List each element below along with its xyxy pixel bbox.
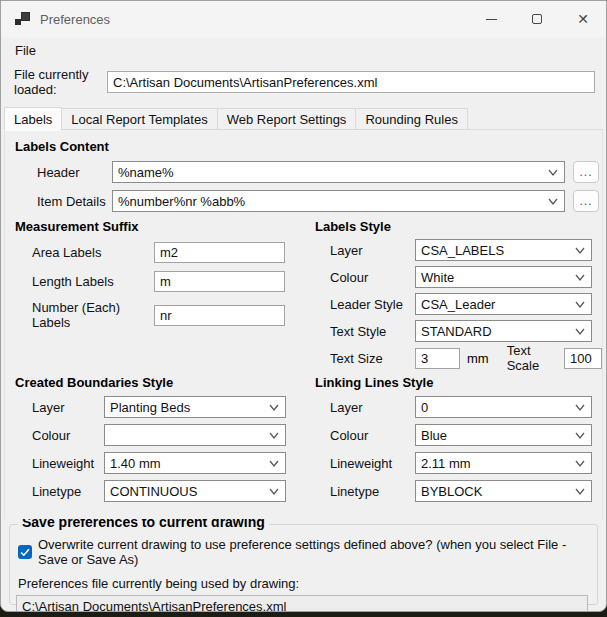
item-details-row: Item Details %number%nr %abb% ... (15, 190, 599, 212)
chevron-down-icon (269, 488, 279, 496)
text-scale-label: Text Scale (507, 343, 556, 373)
linking-layer-row: Layer 0 (315, 396, 602, 418)
preferences-dialog: Preferences ✕ File File currently loaded… (0, 0, 607, 612)
overwrite-checkbox[interactable] (18, 545, 32, 559)
linking-lines-style-title: Linking Lines Style (315, 375, 602, 390)
area-labels-input[interactable] (154, 242, 285, 263)
close-icon: ✕ (577, 12, 589, 26)
number-labels-label: Number (Each) Labels (32, 300, 154, 330)
boundaries-layer-combobox[interactable]: Planting Beds (104, 396, 286, 418)
tab-web-report-settings[interactable]: Web Report Settings (218, 108, 357, 130)
menu-bar: File (1, 37, 606, 63)
area-labels-label: Area Labels (32, 245, 154, 260)
chevron-down-icon (548, 198, 558, 206)
boundaries-lineweight-label: Lineweight (32, 456, 104, 471)
linking-lineweight-combobox[interactable]: 2.11 mm (415, 452, 592, 474)
close-button[interactable]: ✕ (560, 1, 606, 37)
labels-style-layer-row: Layer CSA_LABELS (315, 239, 602, 261)
maximize-icon (532, 14, 542, 24)
boundaries-layer-label: Layer (32, 400, 104, 415)
leader-style-combobox[interactable]: CSA_Leader (415, 293, 592, 315)
length-labels-row: Length Labels (15, 271, 300, 292)
text-size-unit: mm (467, 351, 489, 366)
chevron-down-icon (575, 328, 585, 336)
labels-content-section: Labels Content Header %name% ... Item De… (15, 139, 599, 212)
boundaries-layer-value: Planting Beds (110, 400, 190, 415)
linking-layer-label: Layer (330, 400, 415, 415)
header-label: Header (37, 165, 112, 180)
app-window-icon (15, 11, 31, 27)
number-labels-row: Number (Each) Labels (15, 300, 300, 330)
header-combobox-value: %name% (118, 165, 174, 180)
labels-style-layer-combobox[interactable]: CSA_LABELS (415, 239, 592, 261)
file-loaded-input[interactable] (107, 71, 595, 93)
labels-style-colour-combobox[interactable]: White (415, 266, 592, 288)
tab-local-report-templates[interactable]: Local Report Templates (62, 108, 217, 130)
text-size-row: Text Size mm Text Scale (315, 347, 602, 369)
labels-style-title: Labels Style (315, 219, 602, 234)
boundaries-lineweight-combobox[interactable]: 1.40 mm (104, 452, 286, 474)
overwrite-row: Overwrite current drawing to use prefere… (18, 537, 597, 567)
chevron-down-icon (548, 169, 558, 177)
number-labels-input[interactable] (154, 305, 285, 326)
text-scale-input[interactable] (564, 348, 602, 369)
tab-strip: Labels Local Report Templates Web Report… (4, 106, 606, 130)
item-details-more-button[interactable]: ... (573, 190, 599, 212)
chevron-down-icon (575, 488, 585, 496)
labels-style-layer-value: CSA_LABELS (421, 243, 504, 258)
tab-labels[interactable]: Labels (4, 107, 62, 131)
minimize-button[interactable] (468, 1, 514, 37)
text-style-value: STANDARD (421, 324, 492, 339)
boundaries-lineweight-value: 1.40 mm (110, 456, 161, 471)
text-size-input[interactable] (415, 348, 460, 369)
boundaries-linetype-row: Linetype CONTINUOUS (15, 480, 300, 502)
window-title: Preferences (40, 12, 110, 27)
menu-file[interactable]: File (6, 39, 45, 62)
linking-colour-combobox[interactable]: Blue (415, 424, 592, 446)
item-details-combobox[interactable]: %number%nr %abb% (112, 190, 565, 212)
linking-lineweight-row: Lineweight 2.11 mm (315, 452, 602, 474)
drawing-file-label: Preferences file currently being used by… (18, 576, 597, 591)
chevron-down-icon (269, 432, 279, 440)
leader-style-value: CSA_Leader (421, 297, 495, 312)
text-style-combobox[interactable]: STANDARD (415, 320, 592, 342)
title-bar: Preferences ✕ (1, 1, 606, 37)
labels-style-colour-value: White (421, 270, 454, 285)
linking-lineweight-value: 2.11 mm (421, 456, 471, 471)
checkmark-icon (20, 548, 30, 557)
linking-linetype-combobox[interactable]: BYBLOCK (415, 480, 592, 502)
labels-content-title: Labels Content (15, 139, 599, 154)
text-style-row: Text Style STANDARD (315, 320, 602, 342)
linking-layer-combobox[interactable]: 0 (415, 396, 592, 418)
chevron-down-icon (575, 432, 585, 440)
chevron-down-icon (269, 404, 279, 412)
chevron-down-icon (575, 247, 585, 255)
chevron-down-icon (575, 404, 585, 412)
boundaries-lineweight-row: Lineweight 1.40 mm (15, 452, 300, 474)
header-combobox[interactable]: %name% (112, 161, 565, 183)
linking-linetype-value: BYBLOCK (421, 484, 482, 499)
chevron-down-icon (269, 460, 279, 468)
labels-style-section: Labels Style Layer CSA_LABELS Colour Whi… (315, 219, 602, 369)
tab-page-labels: Labels Content Header %name% ... Item De… (4, 129, 603, 519)
header-row: Header %name% ... (15, 161, 599, 183)
boundaries-linetype-combobox[interactable]: CONTINUOUS (104, 480, 286, 502)
drawing-file-input[interactable] (16, 595, 588, 612)
chevron-down-icon (575, 274, 585, 282)
window-controls: ✕ (468, 1, 606, 37)
boundaries-colour-label: Colour (32, 428, 104, 443)
boundaries-colour-combobox[interactable] (104, 424, 286, 446)
file-loaded-row: File currently loaded: (14, 67, 595, 97)
maximize-button[interactable] (514, 1, 560, 37)
leader-style-row: Leader Style CSA_Leader (315, 293, 602, 315)
linking-layer-value: 0 (421, 400, 428, 415)
length-labels-input[interactable] (154, 271, 285, 292)
chevron-down-icon (575, 460, 585, 468)
labels-style-layer-label: Layer (330, 243, 415, 258)
tab-rounding-rules[interactable]: Rounding Rules (356, 108, 468, 130)
labels-style-colour-label: Colour (330, 270, 415, 285)
header-more-button[interactable]: ... (573, 161, 599, 183)
created-boundaries-style-section: Created Boundaries Style Layer Planting … (15, 375, 300, 502)
linking-linetype-label: Linetype (330, 484, 415, 499)
boundaries-layer-row: Layer Planting Beds (15, 396, 300, 418)
